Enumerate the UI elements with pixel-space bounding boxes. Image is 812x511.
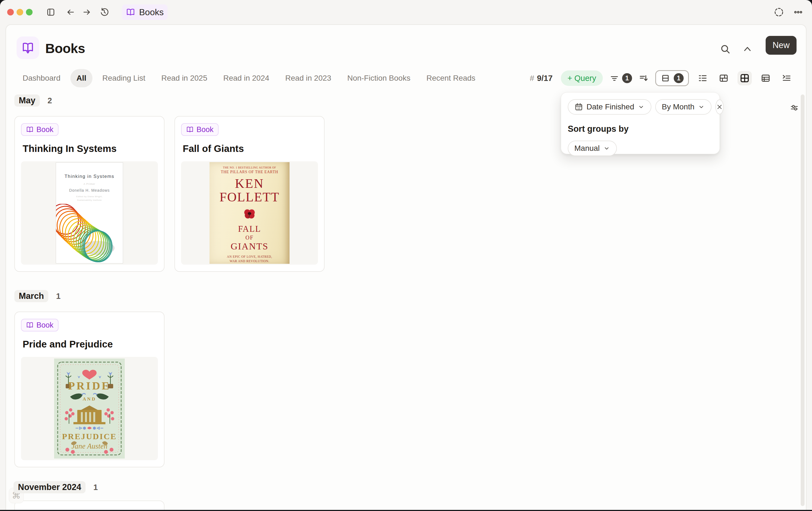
record-count: 9/17: [537, 74, 553, 83]
book-card-partial[interactable]: [14, 501, 165, 510]
list-view-icon[interactable]: [696, 71, 710, 85]
filter-icon[interactable]: 1: [609, 73, 632, 83]
table-view-icon[interactable]: [758, 71, 773, 85]
book-cover-fall-of-giants: THE NO. 1 BESTSELLING AUTHOR OF THE PILL…: [209, 162, 290, 264]
close-icon[interactable]: [716, 100, 724, 114]
book-icon: [26, 126, 34, 133]
tab-read-in-2024[interactable]: Read in 2024: [217, 69, 276, 87]
group-field-dropdown[interactable]: 12 Date Finished: [568, 99, 651, 115]
zoom-window-button[interactable]: [26, 9, 33, 16]
book-title: Pride and Prejudice: [23, 339, 158, 350]
book-title: Fall of Giants: [183, 143, 318, 154]
book-title: Thinking In Systems: [23, 143, 158, 154]
sort-groups-heading: Sort groups by: [568, 124, 713, 134]
svg-text:AND: AND: [83, 396, 96, 402]
cover-title: Thinking in Systems: [56, 174, 123, 179]
cover-area: PRIDE AND: [21, 357, 158, 460]
book-icon: [186, 126, 194, 133]
collapse-header-icon[interactable]: [741, 43, 753, 55]
tab-dashboard[interactable]: Dashboard: [17, 69, 66, 87]
view-tabs: Dashboard All Reading List Read in 2025 …: [17, 69, 481, 88]
group-granularity-value: By Month: [662, 103, 694, 111]
book-tag-label: Book: [36, 126, 54, 134]
group-pill[interactable]: March: [14, 290, 48, 302]
sidebar-toggle-icon[interactable]: [45, 7, 56, 18]
tab-reading-list[interactable]: Reading List: [96, 69, 151, 87]
group-header-march: March 1: [14, 290, 677, 302]
slinky-art: [56, 204, 123, 263]
group-granularity-dropdown[interactable]: By Month: [655, 99, 712, 115]
group-count: 1: [93, 483, 98, 492]
sort-icon[interactable]: [639, 73, 648, 83]
svg-text:PREJUDICE: PREJUDICE: [62, 432, 117, 441]
group-badge: 1: [674, 73, 684, 83]
chevron-down-icon: [638, 103, 645, 110]
page-title: Books: [45, 41, 85, 56]
more-options-icon[interactable]: [793, 7, 804, 18]
book-tag: Book: [21, 319, 59, 331]
book-cover-thinking-in-systems: Thinking in Systems A Primer Donella H. …: [56, 162, 123, 264]
group-header-november-2024: November 2024 1: [13, 481, 98, 493]
group-field-value: Date Finished: [586, 103, 634, 111]
app-window: Books Books New Dashboard A: [0, 0, 812, 510]
svg-text:Jane Austen: Jane Austen: [71, 442, 108, 450]
content-panel: Books New Dashboard All Reading List Rea…: [5, 24, 807, 510]
book-icon: [26, 321, 34, 329]
chevron-down-icon: [698, 103, 705, 110]
breadcrumb[interactable]: Books: [122, 4, 168, 20]
view-settings-icon[interactable]: [789, 103, 799, 113]
svg-text:12: 12: [577, 107, 580, 110]
book-tag: Book: [21, 123, 59, 136]
group-pill[interactable]: November 2024: [13, 481, 86, 493]
tab-recent-reads[interactable]: Recent Reads: [420, 69, 481, 87]
sort-groups-value: Manual: [574, 144, 600, 153]
poppy-art: [242, 206, 257, 221]
cover-author: Donella H. Meadows: [56, 188, 123, 192]
book-tag-label: Book: [197, 126, 214, 134]
collection-toolbar: # 9/17 + Query 1 1: [530, 69, 794, 87]
outline-view-icon[interactable]: [779, 71, 794, 85]
masonry-view-icon[interactable]: [717, 71, 731, 85]
tab-read-in-2025[interactable]: Read in 2025: [155, 69, 213, 87]
page-book-icon[interactable]: [17, 36, 39, 59]
group-count: 1: [56, 292, 60, 301]
group-by-button[interactable]: 1: [655, 70, 689, 86]
tab-read-in-2023[interactable]: Read in 2023: [279, 69, 338, 87]
minimize-window-button[interactable]: [17, 9, 23, 16]
cover-area: Thinking in Systems A Primer Donella H. …: [21, 161, 158, 265]
book-card-fall-of-giants[interactable]: Book Fall of Giants THE NO. 1 BESTSELLIN…: [174, 116, 325, 272]
new-button[interactable]: New: [765, 36, 796, 55]
count-hash-icon: #: [530, 74, 534, 83]
tab-non-fiction-books[interactable]: Non-Fiction Books: [341, 69, 416, 87]
cover-subtitle: A Primer: [56, 183, 123, 185]
book-cover-pride-and-prejudice: PRIDE AND: [54, 358, 125, 459]
forward-icon[interactable]: [81, 7, 92, 18]
book-tag-label: Book: [36, 321, 54, 329]
tab-all[interactable]: All: [70, 69, 92, 87]
back-icon[interactable]: [65, 7, 76, 18]
book-card-pride-and-prejudice[interactable]: Book Pride and Prejudice: [14, 312, 165, 467]
vertical-scrollbar[interactable]: [801, 95, 805, 506]
close-window-button[interactable]: [7, 9, 14, 16]
book-tag: Book: [181, 123, 219, 136]
history-icon[interactable]: [99, 7, 110, 18]
sync-icon[interactable]: [773, 7, 784, 18]
filter-badge: 1: [622, 73, 632, 83]
book-icon: [126, 7, 135, 17]
group-count: 2: [48, 96, 52, 105]
group-by-panel: 12 Date Finished By Month Sort groups by…: [561, 92, 720, 154]
grid-view-icon[interactable]: [737, 71, 752, 85]
group-pill[interactable]: May: [14, 95, 40, 107]
cover-area: THE NO. 1 BESTSELLING AUTHOR OF THE PILL…: [181, 161, 318, 265]
query-button[interactable]: + Query: [561, 71, 603, 86]
search-icon[interactable]: [719, 43, 731, 55]
rows-icon: [661, 73, 670, 83]
chevron-down-icon: [603, 145, 610, 152]
book-card-thinking-in-systems[interactable]: Book Thinking In Systems Thinking in Sys…: [14, 116, 165, 272]
calendar-icon: 12: [574, 103, 583, 111]
titlebar: Books: [0, 0, 812, 24]
sort-groups-dropdown[interactable]: Manual: [568, 141, 617, 156]
svg-text:PRIDE: PRIDE: [68, 379, 111, 392]
window-title: Books: [139, 7, 164, 18]
